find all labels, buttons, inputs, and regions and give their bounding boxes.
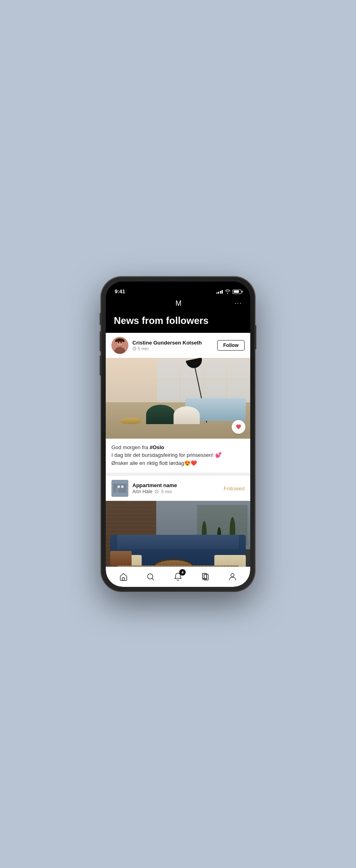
- heart-badge-1[interactable]: [232, 420, 245, 434]
- phone-screen: 9:41: [106, 282, 250, 587]
- post-card-1: Cristine Gundersen Kolseth 5 min Follow: [106, 333, 250, 473]
- svg-point-18: [231, 574, 234, 577]
- apartment-thumb: [111, 480, 128, 497]
- svg-rect-10: [115, 488, 119, 493]
- followed-label[interactable]: Followed: [224, 485, 245, 492]
- avatar-1: [111, 337, 128, 354]
- chair-right: [214, 555, 246, 567]
- post-image-1: [106, 358, 250, 439]
- clock-icon-2: [155, 490, 159, 494]
- nav-home[interactable]: [115, 568, 132, 586]
- profile-icon: [228, 572, 237, 581]
- app-header: M ···: [106, 296, 250, 313]
- signal-icon: [216, 290, 223, 294]
- svg-rect-12: [117, 485, 120, 488]
- side-button-vol-up: [100, 331, 101, 351]
- follow-button-1[interactable]: Follow: [217, 340, 245, 351]
- post-time-1: 5 min: [132, 346, 213, 351]
- clock-icon-1: [132, 347, 136, 351]
- svg-point-4: [118, 341, 119, 343]
- search-icon: [146, 572, 155, 581]
- post-meta-1: Cristine Gundersen Kolseth 5 min: [132, 340, 213, 351]
- post-card-2: Appartment name Ann Hale 5 min Followed: [106, 476, 250, 567]
- notification-badge: 4: [179, 569, 186, 576]
- chair-light: [174, 406, 199, 424]
- nav-profile[interactable]: [224, 568, 241, 586]
- side-table: [120, 418, 142, 424]
- home-icon: [119, 572, 128, 581]
- page-title-bar: News from followers: [106, 313, 250, 333]
- side-button-power: [255, 325, 256, 349]
- apartment-name: Appartment name: [132, 482, 220, 488]
- post-header-2: Appartment name Ann Hale 5 min Followed: [106, 476, 250, 501]
- post-text-1: God morgen fra #Oslo I dag blir det burs…: [106, 439, 250, 473]
- app-logo: M: [176, 299, 182, 308]
- bottom-navigation: 4: [106, 567, 250, 587]
- rug: [117, 565, 239, 567]
- post-meta-2: Appartment name Ann Hale 5 min: [132, 482, 220, 494]
- more-options-button[interactable]: ···: [235, 300, 242, 307]
- page-title: News from followers: [114, 315, 242, 326]
- svg-rect-14: [122, 578, 124, 580]
- feed-scroll[interactable]: Cristine Gundersen Kolseth 5 min Follow: [106, 333, 250, 567]
- wifi-icon: [225, 289, 230, 294]
- svg-point-5: [120, 341, 122, 343]
- post-time-2: 5 min: [161, 489, 172, 494]
- status-time: 9:41: [115, 288, 125, 294]
- nav-notifications[interactable]: 4: [169, 568, 187, 586]
- svg-rect-9: [113, 484, 126, 493]
- poster-name-2: Ann Hale: [132, 489, 152, 494]
- side-button-silent: [100, 313, 101, 325]
- wood-box: [110, 551, 132, 567]
- poster-name-1: Cristine Gundersen Kolseth: [132, 340, 213, 346]
- nav-bookmarks[interactable]: [197, 568, 214, 586]
- post-header-1: Cristine Gundersen Kolseth 5 min Follow: [106, 333, 250, 358]
- nav-search[interactable]: [142, 568, 159, 586]
- chair-dark: [146, 405, 175, 424]
- status-icons: [216, 289, 242, 294]
- phone-frame: 9:41: [101, 277, 255, 592]
- bookmarks-icon: [201, 572, 210, 581]
- post-image-2: 70: [106, 501, 250, 567]
- side-button-vol-down: [100, 355, 101, 376]
- svg-rect-11: [121, 485, 124, 488]
- notch: [152, 282, 204, 291]
- battery-icon: [232, 290, 241, 294]
